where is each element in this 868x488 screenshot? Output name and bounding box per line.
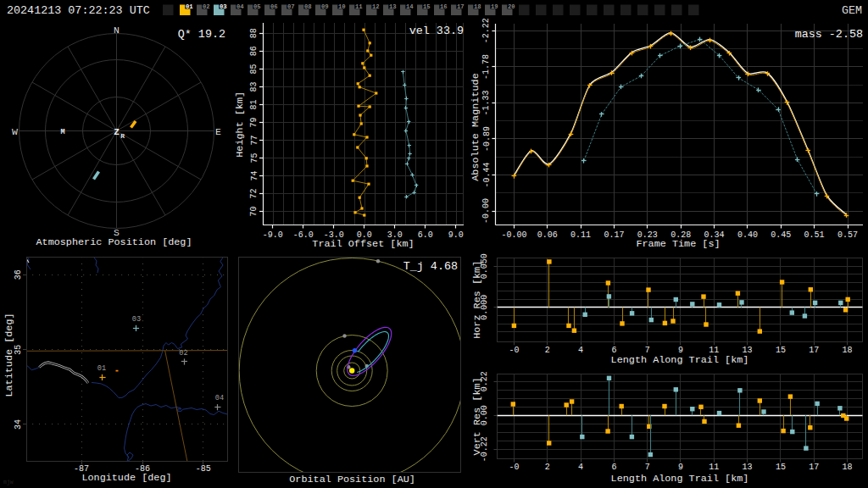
svg-text:Length Along Trail [km]: Length Along Trail [km] <box>611 473 749 485</box>
svg-text:Length Along Trail [km]: Length Along Trail [km] <box>611 354 749 366</box>
svg-text:2: 2 <box>545 346 550 355</box>
svg-text:04: 04 <box>236 3 244 10</box>
svg-text:11: 11 <box>355 3 363 10</box>
svg-text:36: 36 <box>14 269 23 280</box>
svg-text:0.57: 0.57 <box>837 230 858 240</box>
svg-text:-6.0: -6.0 <box>293 230 314 240</box>
svg-text:Vert Res [km]: Vert Res [km] <box>471 377 483 455</box>
svg-text:17: 17 <box>809 346 819 355</box>
svg-text:13: 13 <box>743 463 753 472</box>
svg-text:4: 4 <box>578 463 583 472</box>
svg-text:0.17: 0.17 <box>604 230 624 240</box>
svg-text:15: 15 <box>776 463 786 472</box>
svg-text:Longitude [deg]: Longitude [deg] <box>81 472 171 484</box>
svg-text:34: 34 <box>14 419 23 430</box>
svg-text:79: 79 <box>250 117 259 127</box>
svg-text:Orbital Position [AU]: Orbital Position [AU] <box>289 474 415 485</box>
svg-text:05: 05 <box>253 3 261 10</box>
svg-text:6: 6 <box>611 463 616 472</box>
svg-text:mjw: mjw <box>3 480 14 485</box>
svg-text:4: 4 <box>578 346 583 355</box>
svg-text:-0.00: -0.00 <box>482 198 492 224</box>
svg-text:72: 72 <box>250 189 259 199</box>
svg-text:19: 19 <box>491 3 498 10</box>
svg-text:Q* 19.2: Q* 19.2 <box>178 28 225 41</box>
svg-text:81: 81 <box>250 99 259 109</box>
svg-text:70: 70 <box>250 207 259 217</box>
svg-text:14: 14 <box>406 3 414 10</box>
svg-text:9: 9 <box>678 463 683 472</box>
svg-text:74: 74 <box>250 170 259 180</box>
svg-text:Horz Res [km]: Horz Res [km] <box>471 261 483 339</box>
svg-text:-0: -0 <box>509 346 519 355</box>
svg-text:16: 16 <box>440 3 448 10</box>
svg-text:-0.44: -0.44 <box>482 162 492 187</box>
svg-text:Latitude [deg]: Latitude [deg] <box>3 313 15 396</box>
svg-text:15: 15 <box>423 3 431 10</box>
svg-text:83: 83 <box>250 81 259 92</box>
svg-text:M: M <box>60 128 64 136</box>
svg-text:-9.0: -9.0 <box>263 230 283 240</box>
svg-text:-0: -0 <box>509 463 519 472</box>
svg-text:88: 88 <box>250 28 259 38</box>
svg-text:GEM: GEM <box>842 4 862 17</box>
svg-text:11: 11 <box>709 463 719 472</box>
svg-text:0.40: 0.40 <box>737 230 758 240</box>
svg-text:7: 7 <box>645 463 650 472</box>
svg-text:0.51: 0.51 <box>804 230 825 240</box>
svg-text:2: 2 <box>545 463 550 472</box>
svg-text:Absolute Magnitude: Absolute Magnitude <box>470 73 481 180</box>
svg-text:85: 85 <box>250 64 259 74</box>
svg-text:02: 02 <box>179 349 187 358</box>
svg-text:03: 03 <box>132 315 141 324</box>
svg-text:-0.89: -0.89 <box>482 126 492 152</box>
svg-text:T_j 4.68: T_j 4.68 <box>403 260 458 273</box>
svg-text:0.06: 0.06 <box>537 230 558 240</box>
svg-text:77: 77 <box>250 135 259 145</box>
svg-text:20241213 07:22:23 UTC: 20241213 07:22:23 UTC <box>7 4 150 17</box>
svg-text:0.45: 0.45 <box>771 230 791 240</box>
svg-text:86: 86 <box>250 46 259 56</box>
svg-text:Atmospheric Position [deg]: Atmospheric Position [deg] <box>36 236 192 248</box>
svg-text:07: 07 <box>287 3 295 10</box>
svg-text:6.0: 6.0 <box>418 230 433 240</box>
svg-text:12: 12 <box>372 3 380 10</box>
svg-text:mass -2.58: mass -2.58 <box>795 28 863 41</box>
svg-text:Trail Offset [km]: Trail Offset [km] <box>312 238 414 250</box>
svg-text:06: 06 <box>270 3 278 10</box>
svg-text:N: N <box>114 25 120 36</box>
svg-text:-1.33: -1.33 <box>482 90 492 115</box>
svg-text:E: E <box>215 126 221 137</box>
svg-text:-85: -85 <box>196 464 211 474</box>
svg-text:-2.22: -2.22 <box>482 18 492 43</box>
svg-text:13: 13 <box>389 3 397 10</box>
svg-text:Frame Time [s]: Frame Time [s] <box>636 238 720 250</box>
svg-text:15: 15 <box>776 346 786 355</box>
svg-text:9.0: 9.0 <box>448 230 464 240</box>
svg-text:-0.00: -0.00 <box>501 230 526 240</box>
svg-text:18: 18 <box>842 346 852 355</box>
svg-text:03: 03 <box>220 3 227 10</box>
svg-text:08: 08 <box>304 3 312 10</box>
svg-text:18: 18 <box>474 3 481 10</box>
svg-text:01: 01 <box>186 3 193 10</box>
svg-text:Z: Z <box>114 127 120 137</box>
svg-text:04: 04 <box>215 394 224 402</box>
svg-text:vel 33.9: vel 33.9 <box>409 25 464 37</box>
svg-text:R: R <box>120 132 125 140</box>
svg-text:10: 10 <box>338 3 346 10</box>
svg-text:W: W <box>12 126 18 137</box>
svg-text:75: 75 <box>250 152 259 163</box>
svg-text:18: 18 <box>842 463 852 472</box>
svg-text:02: 02 <box>203 3 210 10</box>
svg-text:Height [km]: Height [km] <box>234 92 246 158</box>
svg-text:17: 17 <box>457 3 465 10</box>
svg-text:20: 20 <box>508 3 515 10</box>
svg-text:09: 09 <box>321 3 329 10</box>
svg-text:17: 17 <box>809 463 819 472</box>
svg-text:-1.78: -1.78 <box>482 54 492 80</box>
svg-text:01: 01 <box>97 364 106 373</box>
svg-text:0.11: 0.11 <box>570 230 591 240</box>
